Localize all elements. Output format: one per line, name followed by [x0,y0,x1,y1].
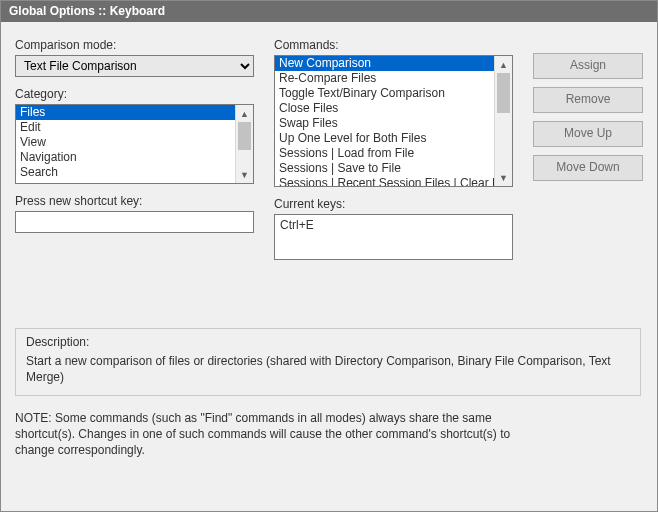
commands-scrollbar[interactable]: ▲ ▼ [494,56,512,186]
description-text: Start a new comparison of files or direc… [26,353,630,385]
comparison-mode-label: Comparison mode: [15,38,254,52]
comparison-mode-select[interactable]: Text File Comparison [15,55,254,77]
move-up-button[interactable]: Move Up [533,121,643,147]
category-scroll-track[interactable] [236,122,253,166]
command-item[interactable]: Close Files [275,101,495,116]
category-scroll-thumb[interactable] [238,122,251,150]
note-text: NOTE: Some commands (such as "Find" comm… [15,410,545,458]
command-item[interactable]: Sessions | Recent Session Files | Clear … [275,176,495,186]
commands-label: Commands: [274,38,513,52]
description-box: Description: Start a new comparison of f… [15,328,641,396]
command-item[interactable]: Re-Compare Files [275,71,495,86]
category-label: Category: [15,87,254,101]
window-title: Global Options :: Keyboard [9,4,165,18]
commands-scroll-thumb[interactable] [497,73,510,113]
command-item[interactable]: Toggle Text/Binary Comparison [275,86,495,101]
command-item[interactable]: New Comparison [275,56,495,71]
content-area: Comparison mode: Text File Comparison Ca… [1,22,657,468]
description-label: Description: [26,335,630,349]
command-item[interactable]: Sessions | Save to File [275,161,495,176]
category-item-view[interactable]: View [16,135,236,150]
commands-scroll-track[interactable] [495,73,512,169]
scroll-up-icon[interactable]: ▲ [236,105,253,122]
right-column: Assign Remove Move Up Move Down [533,38,643,260]
current-keys-box[interactable]: Ctrl+E [274,214,513,260]
command-item[interactable]: Up One Level for Both Files [275,131,495,146]
shortcut-key-label: Press new shortcut key: [15,194,254,208]
scroll-up-icon[interactable]: ▲ [495,56,512,73]
middle-column: Commands: New Comparison Re-Compare File… [274,38,513,260]
left-column: Comparison mode: Text File Comparison Ca… [15,38,254,260]
assign-button[interactable]: Assign [533,53,643,79]
move-down-button[interactable]: Move Down [533,155,643,181]
titlebar: Global Options :: Keyboard [1,1,657,22]
category-item-edit[interactable]: Edit [16,120,236,135]
remove-button[interactable]: Remove [533,87,643,113]
current-keys-label: Current keys: [274,197,513,211]
category-item-navigation[interactable]: Navigation [16,150,236,165]
scroll-down-icon[interactable]: ▼ [236,166,253,183]
scroll-down-icon[interactable]: ▼ [495,169,512,186]
command-item[interactable]: Sessions | Load from File [275,146,495,161]
category-listbox[interactable]: Files Edit View Navigation Search ▲ ▼ [15,104,254,184]
category-item-files[interactable]: Files [16,105,236,120]
command-item[interactable]: Swap Files [275,116,495,131]
shortcut-key-input[interactable] [15,211,254,233]
options-window: Global Options :: Keyboard Comparison mo… [0,0,658,512]
current-keys-value: Ctrl+E [280,218,314,232]
commands-listbox[interactable]: New Comparison Re-Compare Files Toggle T… [274,55,513,187]
category-item-search[interactable]: Search [16,165,236,180]
category-scrollbar[interactable]: ▲ ▼ [235,105,253,183]
